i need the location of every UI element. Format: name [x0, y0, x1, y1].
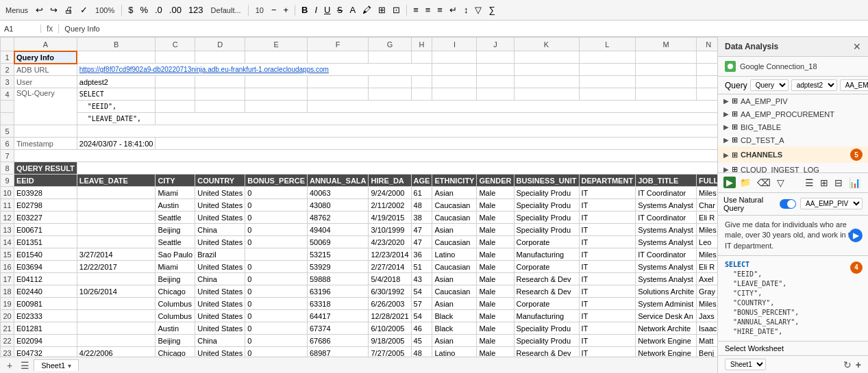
cell-data[interactable]: 6/10/2005 — [369, 322, 411, 335]
cell-data[interactable]: Male — [477, 285, 514, 298]
col-header-e[interactable]: E — [245, 38, 308, 51]
cell-b3[interactable]: adptest2 — [77, 76, 156, 88]
cell-h1[interactable] — [411, 51, 432, 64]
cell-data[interactable]: Systems Analyst — [636, 224, 697, 236]
cell-k4[interactable] — [514, 88, 579, 101]
cell-c3[interactable] — [156, 76, 195, 88]
cell-b2[interactable]: https://gf8f07cd9f902a9-db20220713ninja.… — [77, 64, 432, 76]
cell-l1[interactable] — [579, 51, 636, 64]
cell-d9[interactable]: COUNTRY — [195, 175, 245, 187]
refresh-button[interactable]: ↻ — [843, 359, 852, 370]
cell-rest4c[interactable] — [156, 113, 717, 125]
grid-view-button[interactable]: ⊞ — [818, 176, 830, 190]
cell-data[interactable]: Benj — [697, 347, 717, 357]
bold-icon[interactable]: B — [299, 3, 310, 16]
cell-data[interactable]: Male — [477, 347, 514, 357]
cell-data[interactable]: Manufacturing — [514, 310, 579, 322]
cell-b1[interactable] — [77, 51, 156, 64]
cell-data[interactable]: IT — [579, 285, 636, 298]
cell-data[interactable]: Miami — [156, 261, 195, 273]
cell-data[interactable]: 0 — [245, 273, 308, 285]
cell-data[interactable]: IT — [579, 248, 636, 261]
cell-b9[interactable]: LEAVE_DATE — [77, 175, 156, 187]
cell-i3[interactable] — [432, 76, 477, 88]
font-size-plus-icon[interactable]: + — [281, 3, 290, 16]
cell-data[interactable]: E02333 — [14, 310, 77, 322]
cell-f9[interactable]: ANNUAL_SALA — [307, 175, 369, 187]
cell-j2[interactable] — [477, 64, 514, 76]
cell-data[interactable]: Axel — [697, 273, 717, 285]
cell-data[interactable]: Solutions Archite — [636, 285, 697, 298]
cell-data[interactable]: 68987 — [307, 347, 369, 357]
query-type-select[interactable]: Query — [750, 79, 789, 91]
cell-data[interactable]: 59888 — [307, 273, 369, 285]
cell-data[interactable]: Male — [477, 335, 514, 347]
cell-n3[interactable] — [697, 76, 717, 88]
cell-data[interactable] — [77, 236, 156, 248]
cell-data[interactable]: Speciality Produ — [514, 224, 579, 236]
cell-data[interactable] — [77, 322, 156, 335]
cell-data[interactable]: 53215 — [307, 248, 369, 261]
sheet-table-wrapper[interactable]: A B C D E F G H I J K L M — [0, 37, 717, 357]
cell-data[interactable]: Jaxs — [697, 310, 717, 322]
cell-data[interactable]: Beijing — [156, 224, 195, 236]
cell-h4[interactable] — [411, 88, 432, 101]
cell-data[interactable]: 9/18/2005 — [369, 335, 411, 347]
cell-data[interactable]: Systems Analyst — [636, 273, 697, 285]
undo-icon[interactable]: ↩ — [34, 3, 45, 16]
cell-data[interactable]: Manufacturing — [514, 248, 579, 261]
wrap-text-icon[interactable]: ↵ — [447, 3, 459, 16]
cell-data[interactable]: IT — [579, 187, 636, 199]
cell-data[interactable]: Leo — [697, 236, 717, 248]
cell-data[interactable]: Speciality Produ — [514, 322, 579, 335]
cell-data[interactable]: China — [195, 224, 245, 236]
formula-content[interactable]: Query Info — [59, 25, 868, 33]
tree-area[interactable]: ▶ ⊞ AA_EMP_PIV ▶ ⊞ AA_EMP_PROCUREMENT ▶ … — [718, 94, 868, 173]
cell-c4b[interactable] — [156, 101, 195, 113]
cell-n2[interactable] — [697, 64, 717, 76]
zoom-selector[interactable]: 100% — [92, 5, 117, 16]
cell-data[interactable]: IT — [579, 236, 636, 248]
cell-data[interactable]: Male — [477, 310, 514, 322]
add-sheet-button[interactable]: + — [3, 360, 16, 371]
cell-data[interactable]: Male — [477, 211, 514, 224]
spell-check-icon[interactable]: ✓ — [78, 3, 90, 16]
cell-m4[interactable] — [636, 88, 697, 101]
cell-data[interactable]: 0 — [245, 211, 308, 224]
cell-j9[interactable]: GENDER — [477, 175, 514, 187]
cell-g3[interactable] — [369, 76, 411, 88]
cell-data[interactable]: Columbus — [156, 310, 195, 322]
cell-data[interactable]: Asian — [432, 298, 477, 310]
cell-d3[interactable] — [195, 76, 245, 88]
cell-data[interactable]: Caucasian — [432, 211, 477, 224]
cell-data[interactable] — [77, 187, 156, 199]
tree-item-cd-test-a[interactable]: ▶ ⊞ CD_TEST_A — [718, 133, 868, 146]
col-header-j[interactable]: J — [477, 38, 514, 51]
cell-data[interactable]: Beijing — [156, 273, 195, 285]
cell-data[interactable]: E03227 — [14, 211, 77, 224]
cell-a5[interactable] — [14, 125, 77, 138]
cell-data[interactable]: 61 — [411, 187, 432, 199]
cell-f1[interactable] — [307, 51, 369, 64]
cell-data[interactable]: 63318 — [307, 298, 369, 310]
cell-data[interactable]: 57 — [411, 298, 432, 310]
cell-data[interactable]: Research & Dev — [514, 347, 579, 357]
cell-data[interactable]: Male — [477, 236, 514, 248]
cell-data[interactable]: Miami — [156, 187, 195, 199]
cell-data[interactable]: 10/26/2014 — [77, 285, 156, 298]
cell-data[interactable]: Corporate — [514, 298, 579, 310]
cell-data[interactable]: E03694 — [14, 261, 77, 273]
cell-data[interactable]: Male — [477, 248, 514, 261]
cell-j3[interactable] — [477, 76, 514, 88]
cell-g4[interactable] — [369, 88, 411, 101]
cell-data[interactable]: 45 — [411, 335, 432, 347]
col-header-b[interactable]: B — [77, 38, 156, 51]
cell-data[interactable]: United States — [195, 310, 245, 322]
cell-d1[interactable] — [195, 51, 245, 64]
cell-data[interactable]: 54 — [411, 285, 432, 298]
chart-button[interactable]: 📊 — [847, 176, 863, 190]
cell-data[interactable]: E04112 — [14, 273, 77, 285]
cell-data[interactable]: Corporate — [514, 261, 579, 273]
redo-icon[interactable]: ↪ — [48, 3, 60, 16]
cell-data[interactable]: Miles — [697, 224, 717, 236]
